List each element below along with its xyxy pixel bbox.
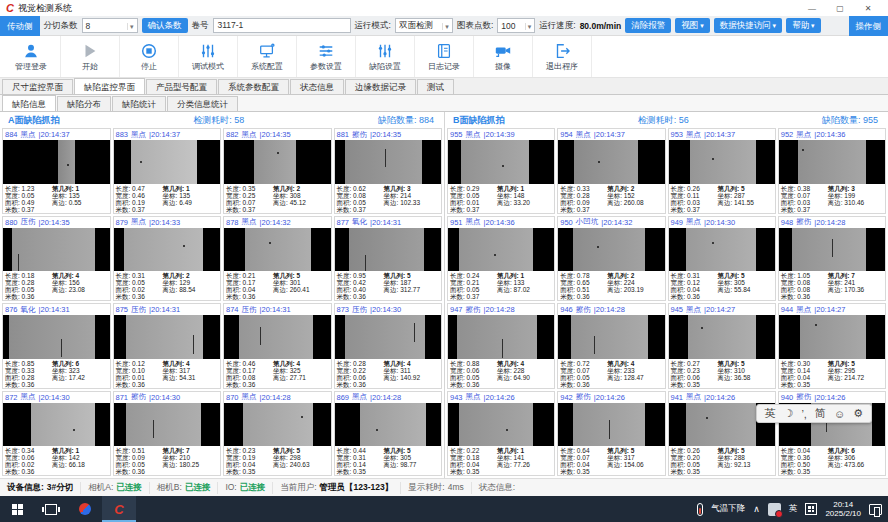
panel-b-title: B面缺陷抓拍: [453, 114, 505, 127]
main-tab-2[interactable]: 产品型号配置: [146, 79, 217, 94]
sub-tab-3[interactable]: 分类信息统计: [167, 96, 238, 111]
defect-card[interactable]: 874 压伤 |20:14:31 长度: 0.46宽度: 0.17面积: 0.0…: [223, 303, 332, 389]
action-sliders-h-button[interactable]: 参数设置: [297, 36, 356, 77]
ime-moon-icon[interactable]: ☽: [784, 407, 794, 420]
defect-card[interactable]: 875 压伤 |20:14:31 长度: 0.12宽度: 0.10面积: 0.0…: [113, 303, 222, 389]
action-play-button[interactable]: 开始: [61, 36, 120, 77]
defect-card[interactable]: 881 擦伤 |20:14:35 长度: 0.62宽度: 0.08面积: 0.0…: [334, 128, 443, 214]
close-button[interactable]: ✕: [854, 4, 882, 13]
defect-card[interactable]: 950 小凹坑 |20:14:32 长度: 0.78宽度: 0.65面积: 0.…: [557, 216, 665, 302]
defect-coord: 坐标: 152: [607, 192, 662, 199]
main-tab-0[interactable]: 尺寸监控界面: [2, 79, 73, 94]
defect-card[interactable]: 946 擦伤 |20:14:28 长度: 0.72宽度: 0.07面积: 0.0…: [557, 303, 665, 389]
run-mode-value: 双面检测: [399, 20, 439, 32]
ime-emoji-icon[interactable]: ☺: [834, 408, 845, 420]
weather-text[interactable]: 气温下降: [711, 503, 745, 515]
action-exit-button[interactable]: 退出程序: [533, 36, 592, 77]
action-stop-button[interactable]: 停止: [120, 36, 179, 77]
ime-punct[interactable]: ’,: [801, 408, 807, 420]
ime-lang-en[interactable]: 英: [765, 406, 776, 421]
defect-edge: 离边: 55.84: [717, 286, 772, 293]
defect-card[interactable]: 876 氧化 |20:14:31 长度: 0.85宽度: 0.33面积: 0.2…: [2, 303, 111, 389]
taskbar-app-1[interactable]: [68, 496, 102, 522]
start-button[interactable]: [0, 496, 34, 522]
operator-side-button[interactable]: 操作侧: [849, 16, 888, 36]
panel-side-a: A面缺陷抓拍 检测耗时: 58 缺陷数量: 884 884 黑点 |20:14:…: [0, 112, 444, 478]
ime-mode-icon[interactable]: [805, 503, 817, 515]
defect-image: [558, 228, 664, 272]
notification-badge-icon[interactable]: [768, 503, 781, 516]
action-camera-button[interactable]: 摄像: [474, 36, 533, 77]
help-menu-button[interactable]: 帮助: [786, 18, 820, 33]
window-controls: — ▢ ✕: [798, 4, 882, 13]
defect-card[interactable]: 944 黑点 |20:14:27 长度: 0.30宽度: 0.14面积: 0.0…: [778, 303, 886, 389]
defect-mark: [61, 339, 62, 357]
defect-card[interactable]: 949 黑点 |20:14:30 长度: 0.31宽度: 0.12面积: 0.0…: [668, 216, 776, 302]
sub-tab-0[interactable]: 缺陷信息: [2, 95, 56, 111]
defect-card[interactable]: 873 压伤 |20:14:30 长度: 0.28宽度: 0.22面积: 0.0…: [334, 303, 443, 389]
defect-type: 擦伤: [352, 130, 367, 140]
confirm-count-button[interactable]: 确认条数: [142, 18, 188, 33]
defect-type: 擦伤: [796, 217, 811, 227]
minimize-button[interactable]: —: [798, 4, 826, 13]
main-tab-3[interactable]: 系统参数配置: [218, 79, 289, 94]
defect-card[interactable]: 869 黑点 |20:14:28 长度: 0.44宽度: 0.31面积: 0.1…: [334, 391, 443, 477]
clear-alarm-button[interactable]: 清除报警: [625, 18, 671, 33]
defect-card[interactable]: 882 黑点 |20:14:35 长度: 0.35宽度: 0.25面积: 0.0…: [223, 128, 332, 214]
task-view-button[interactable]: [34, 496, 68, 522]
action-monitor-button[interactable]: 系统配置: [238, 36, 297, 77]
defect-info: 长度: 0.31宽度: 0.12面积: 0.04米数: 0.36 第几列: 5坐…: [669, 271, 775, 300]
defect-card[interactable]: 884 黑点 |20:14:37 长度: 1.23宽度: 0.05面积: 0.4…: [2, 128, 111, 214]
defect-card[interactable]: 877 氧化 |20:14:31 长度: 0.95宽度: 0.42面积: 0.4…: [334, 216, 443, 302]
defect-card[interactable]: 870 黑点 |20:14:28 长度: 0.23宽度: 0.19面积: 0.0…: [223, 391, 332, 477]
action-debug-button[interactable]: 调试模式: [179, 36, 238, 77]
ime-toolbar[interactable]: 英☽’,简☺⚙: [756, 404, 872, 423]
taskbar-app-vision[interactable]: C: [102, 496, 136, 522]
action-sliders-v-button[interactable]: 缺陷设置: [356, 36, 415, 77]
hidden-icons-chevron[interactable]: ∧: [753, 504, 760, 514]
defect-card[interactable]: 883 黑点 |20:14:37 长度: 0.47宽度: 0.46面积: 0.1…: [113, 128, 222, 214]
defect-card[interactable]: 945 黑点 |20:14:27 长度: 0.27宽度: 0.23面积: 0.0…: [668, 303, 776, 389]
defect-card[interactable]: 878 黑点 |20:14:32 长度: 0.21宽度: 0.17面积: 0.0…: [223, 216, 332, 302]
ime-simplified[interactable]: 简: [815, 406, 826, 421]
defect-card[interactable]: 947 擦伤 |20:14:28 长度: 0.88宽度: 0.06面积: 0.0…: [447, 303, 555, 389]
connected-device-icon[interactable]: [869, 504, 882, 515]
main-tab-4[interactable]: 状态信息: [290, 79, 344, 94]
roll-number-input[interactable]: 3117-1: [213, 18, 351, 33]
defect-length: 长度: 0.27: [671, 360, 716, 367]
defect-card[interactable]: 954 黑点 |20:14:37 长度: 0.33宽度: 0.28面积: 0.0…: [557, 128, 665, 214]
defect-card-header: 947 擦伤 |20:14:28: [448, 304, 554, 315]
defect-column: 第几列: 5: [828, 360, 883, 367]
main-tab-5[interactable]: 边缘数据记录: [345, 79, 416, 94]
defect-card[interactable]: 951 黑点 |20:14:36 长度: 0.24宽度: 0.21面积: 0.0…: [447, 216, 555, 302]
ime-settings-icon[interactable]: ⚙: [853, 407, 863, 420]
data-quick-access-button[interactable]: 数据快捷访问: [714, 18, 782, 33]
defect-card[interactable]: 953 黑点 |20:14:37 长度: 0.26宽度: 0.11面积: 0.0…: [668, 128, 776, 214]
defect-coord: 坐标: 317: [163, 367, 218, 374]
main-tab-1[interactable]: 缺陷监控界面: [74, 78, 145, 94]
action-user-button[interactable]: 管理登录: [2, 36, 61, 77]
defect-meter: 米数: 0.37: [450, 206, 495, 213]
sub-tab-1[interactable]: 缺陷分布: [57, 96, 111, 111]
defect-card[interactable]: 955 黑点 |20:14:39 长度: 0.29宽度: 0.05面积: 0.0…: [447, 128, 555, 214]
defect-card[interactable]: 879 黑点 |20:14:33 长度: 0.31宽度: 0.05面积: 0.0…: [113, 216, 222, 302]
defect-card[interactable]: 872 黑点 |20:14:30 长度: 0.34宽度: 0.06面积: 0.0…: [2, 391, 111, 477]
defect-card[interactable]: 952 黑点 |20:14:36 长度: 0.38宽度: 0.07面积: 0.0…: [778, 128, 886, 214]
action-log-button[interactable]: 日志记录: [415, 36, 474, 77]
defect-area: 面积: 0.49: [5, 199, 50, 206]
drive-side-button[interactable]: 传动侧: [0, 16, 40, 36]
view-menu-button[interactable]: 视图: [675, 18, 709, 33]
sub-tab-2[interactable]: 缺陷统计: [112, 96, 166, 111]
slit-count-select[interactable]: 8: [82, 18, 138, 33]
run-mode-select[interactable]: 双面检测: [395, 18, 453, 33]
defect-card[interactable]: 942 擦伤 |20:14:26 长度: 0.64宽度: 0.07面积: 0.0…: [557, 391, 665, 477]
defect-card[interactable]: 880 压伤 |20:14:35 长度: 0.18宽度: 0.28面积: 0.0…: [2, 216, 111, 302]
main-tab-6[interactable]: 测试: [417, 79, 454, 94]
tray-language[interactable]: 英: [789, 503, 798, 515]
maximize-button[interactable]: ▢: [826, 4, 854, 13]
taskbar-clock[interactable]: 20:14 2025/2/10: [825, 500, 861, 518]
chart-points-select[interactable]: 100: [497, 18, 535, 33]
defect-card[interactable]: 943 黑点 |20:14:26 长度: 0.22宽度: 0.18面积: 0.0…: [447, 391, 555, 477]
defect-card[interactable]: 948 擦伤 |20:14:28 长度: 1.05宽度: 0.08面积: 0.0…: [778, 216, 886, 302]
defect-card[interactable]: 871 擦伤 |20:14:30 长度: 0.51宽度: 0.09面积: 0.0…: [113, 391, 222, 477]
